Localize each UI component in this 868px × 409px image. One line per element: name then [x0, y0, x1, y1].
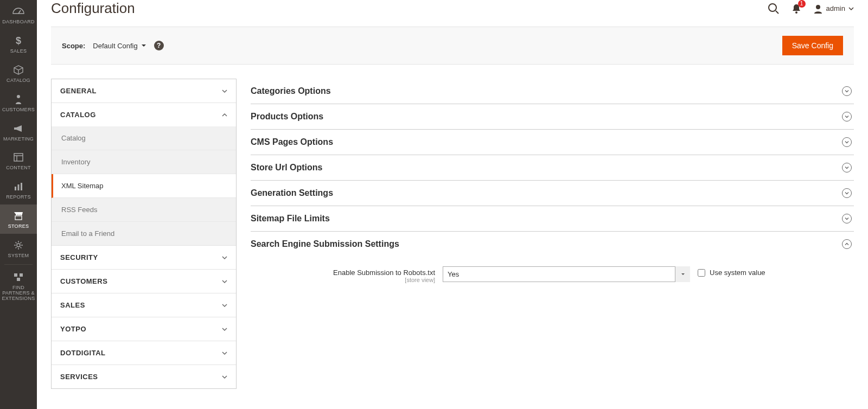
expand-icon [842, 112, 852, 122]
nav-label: FIND PARTNERS & EXTENSIONS [0, 285, 37, 302]
nav-label: MARKETING [2, 137, 35, 142]
expand-icon [842, 214, 852, 223]
field-scope: [store view] [251, 277, 435, 283]
nav-label: DASHBOARD [1, 20, 36, 25]
config-group-head[interactable]: CUSTOMERS [52, 270, 236, 293]
save-config-button[interactable]: Save Config [782, 36, 843, 55]
config-group-label: CUSTOMERS [60, 277, 107, 285]
nav-reports[interactable]: REPORTS [0, 175, 37, 204]
svg-point-17 [816, 5, 820, 9]
field-extra-col: Use system value [698, 266, 765, 277]
nav-label: CONTENT [5, 165, 32, 171]
config-group-label: DOTDIGITAL [60, 349, 105, 357]
svg-rect-13 [17, 278, 20, 281]
config-item-inventory[interactable]: Inventory [52, 150, 236, 174]
section-search-engine-submission[interactable]: Search Engine Submission Settings [251, 232, 854, 257]
config-group-security: SECURITY [52, 246, 236, 270]
blocks-icon [14, 271, 23, 283]
section-title: CMS Pages Options [251, 137, 333, 147]
chevron-down-icon [848, 6, 854, 11]
section-title: Store Url Options [251, 163, 322, 172]
nav-dashboard[interactable]: DASHBOARD [0, 0, 37, 29]
admin-user-menu[interactable]: admin [813, 4, 854, 14]
svg-line-15 [776, 11, 778, 14]
section-sitemap-file-limits[interactable]: Sitemap File Limits [251, 206, 854, 232]
scope-help-button[interactable]: ? [154, 41, 164, 50]
gear-icon [14, 239, 23, 251]
nav-marketing[interactable]: MARKETING [0, 117, 37, 146]
nav-catalog[interactable]: CATALOG [0, 59, 37, 88]
chevron-down-icon [222, 374, 227, 380]
box-icon [13, 64, 24, 76]
header-actions: 1 admin [768, 3, 854, 15]
scope-label: Scope: [62, 42, 85, 50]
select-wrap: Yes [443, 266, 690, 282]
config-item-catalog[interactable]: Catalog [52, 126, 236, 150]
scope-value: Default Config [93, 42, 137, 50]
chevron-down-icon [222, 279, 227, 284]
expand-icon [842, 86, 852, 96]
nav-partners[interactable]: FIND PARTNERS & EXTENSIONS [0, 266, 37, 306]
notifications-button[interactable]: 1 [792, 3, 801, 14]
store-icon [13, 210, 24, 222]
page-title: Configuration [51, 0, 135, 17]
scope-bar-left: Scope: Default Config ? [62, 41, 164, 50]
nav-system[interactable]: SYSTEM [0, 234, 37, 263]
scope-selector[interactable]: Default Config [93, 42, 146, 50]
section-title: Generation Settings [251, 188, 333, 198]
section-store-url-options[interactable]: Store Url Options [251, 155, 854, 181]
section-generation-settings[interactable]: Generation Settings [251, 181, 854, 206]
admin-left-nav: DASHBOARD $ SALES CATALOG CUSTOMERS MARK… [0, 0, 37, 409]
config-group-label: GENERAL [60, 87, 97, 95]
nav-sales[interactable]: $ SALES [0, 29, 37, 59]
config-group-head[interactable]: DOTDIGITAL [52, 341, 236, 365]
page-header: Configuration 1 admin [51, 0, 854, 27]
expand-icon [842, 188, 852, 198]
chevron-up-icon [222, 112, 227, 118]
svg-rect-9 [15, 216, 22, 220]
section-categories-options[interactable]: Categories Options [251, 79, 854, 104]
chevron-down-icon [222, 327, 227, 332]
svg-line-0 [18, 10, 21, 14]
nav-stores[interactable]: STORES [0, 204, 37, 234]
nav-content[interactable]: CONTENT [0, 146, 37, 175]
nav-label: CATALOG [5, 78, 31, 84]
user-icon [813, 4, 823, 14]
config-group-label: YOTPO [60, 325, 86, 333]
config-group-dotdigital: DOTDIGITAL [52, 341, 236, 365]
caret-down-icon [141, 43, 146, 48]
nav-customers[interactable]: CUSTOMERS [0, 88, 37, 117]
nav-label: SALES [9, 49, 28, 54]
use-system-value-checkbox[interactable] [698, 269, 705, 277]
config-group-catalog: CATALOG Catalog Inventory XML Sitemap RS… [52, 103, 236, 246]
chevron-down-icon [222, 303, 227, 308]
search-button[interactable] [768, 3, 780, 15]
config-group-services: SERVICES [52, 365, 236, 388]
config-group-general: GENERAL [52, 79, 236, 103]
expand-icon [842, 163, 852, 172]
search-icon [768, 3, 780, 15]
config-group-head[interactable]: SECURITY [52, 246, 236, 269]
svg-rect-7 [18, 184, 20, 190]
config-group-label: SERVICES [60, 373, 98, 381]
section-title: Categories Options [251, 86, 331, 96]
config-item-xml-sitemap[interactable]: XML Sitemap [52, 174, 236, 198]
robots-select[interactable]: Yes [443, 266, 690, 282]
bars-icon [14, 181, 23, 193]
config-group-yotpo: YOTPO [52, 317, 236, 341]
section-cms-pages-options[interactable]: CMS Pages Options [251, 130, 854, 155]
config-item-rss-feeds[interactable]: RSS Feeds [52, 198, 236, 222]
notifications-badge: 1 [798, 0, 806, 8]
config-group-head[interactable]: YOTPO [52, 317, 236, 341]
config-group-head[interactable]: SERVICES [52, 365, 236, 388]
config-group-head[interactable]: GENERAL [52, 79, 236, 103]
svg-point-10 [17, 244, 20, 247]
config-group-head[interactable]: CATALOG [52, 103, 236, 126]
expand-icon [842, 137, 852, 147]
config-group-head[interactable]: SALES [52, 293, 236, 317]
section-products-options[interactable]: Products Options [251, 104, 854, 130]
collapse-icon [842, 239, 852, 249]
config-item-email-friend[interactable]: Email to a Friend [52, 222, 236, 245]
use-system-value-label: Use system value [710, 269, 765, 277]
config-group-body: Catalog Inventory XML Sitemap RSS Feeds … [52, 126, 236, 245]
